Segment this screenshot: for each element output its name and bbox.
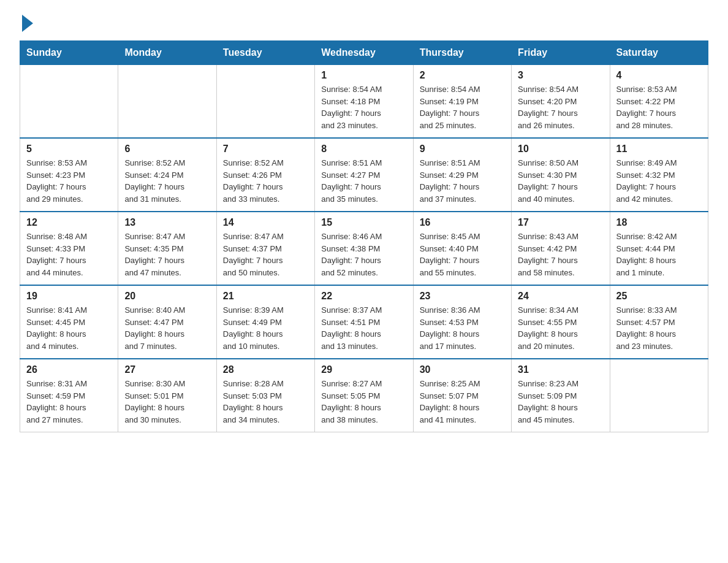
day-number: 11 (616, 144, 702, 155)
calendar-cell-week5-day1: 27Sunrise: 8:30 AM Sunset: 5:01 PM Dayli… (118, 359, 216, 432)
day-info: Sunrise: 8:42 AM Sunset: 4:44 PM Dayligh… (616, 231, 702, 278)
calendar-cell-week1-day0 (20, 65, 118, 139)
day-info: Sunrise: 8:33 AM Sunset: 4:57 PM Dayligh… (616, 304, 702, 352)
day-info: Sunrise: 8:40 AM Sunset: 4:47 PM Dayligh… (124, 304, 210, 352)
day-info: Sunrise: 8:46 AM Sunset: 4:38 PM Dayligh… (321, 231, 406, 278)
calendar-cell-week1-day3: 1Sunrise: 8:54 AM Sunset: 4:18 PM Daylig… (315, 65, 413, 139)
calendar-cell-week3-day2: 14Sunrise: 8:47 AM Sunset: 4:37 PM Dayli… (216, 212, 314, 285)
day-info: Sunrise: 8:30 AM Sunset: 5:01 PM Dayligh… (124, 378, 210, 426)
day-number: 27 (124, 364, 210, 375)
day-info: Sunrise: 8:41 AM Sunset: 4:45 PM Dayligh… (26, 304, 112, 352)
calendar-cell-week2-day6: 11Sunrise: 8:49 AM Sunset: 4:32 PM Dayli… (610, 138, 708, 212)
day-number: 18 (616, 217, 702, 228)
day-info: Sunrise: 8:54 AM Sunset: 4:19 PM Dayligh… (420, 83, 505, 131)
day-number: 8 (321, 144, 406, 155)
calendar-cell-week2-day5: 10Sunrise: 8:50 AM Sunset: 4:30 PM Dayli… (512, 138, 610, 212)
day-info: Sunrise: 8:53 AM Sunset: 4:23 PM Dayligh… (26, 157, 112, 205)
day-info: Sunrise: 8:36 AM Sunset: 4:53 PM Dayligh… (420, 304, 505, 352)
day-number: 29 (321, 364, 406, 375)
calendar-cell-week5-day4: 30Sunrise: 8:25 AM Sunset: 5:07 PM Dayli… (413, 359, 511, 432)
day-info: Sunrise: 8:25 AM Sunset: 5:07 PM Dayligh… (420, 378, 505, 426)
calendar-cell-week3-day5: 17Sunrise: 8:43 AM Sunset: 4:42 PM Dayli… (512, 212, 610, 285)
calendar-header-sunday: Sunday (20, 41, 118, 65)
day-number: 28 (223, 364, 308, 375)
day-info: Sunrise: 8:53 AM Sunset: 4:22 PM Dayligh… (616, 83, 702, 131)
day-info: Sunrise: 8:39 AM Sunset: 4:49 PM Dayligh… (223, 304, 308, 352)
day-info: Sunrise: 8:48 AM Sunset: 4:33 PM Dayligh… (26, 231, 112, 278)
calendar-header-wednesday: Wednesday (315, 41, 413, 65)
day-info: Sunrise: 8:27 AM Sunset: 5:05 PM Dayligh… (321, 378, 406, 426)
calendar-cell-week3-day1: 13Sunrise: 8:47 AM Sunset: 4:35 PM Dayli… (118, 212, 216, 285)
calendar-cell-week5-day0: 26Sunrise: 8:31 AM Sunset: 4:59 PM Dayli… (20, 359, 118, 432)
day-info: Sunrise: 8:43 AM Sunset: 4:42 PM Dayligh… (518, 231, 603, 278)
calendar-header-row: SundayMondayTuesdayWednesdayThursdayFrid… (20, 41, 708, 65)
day-info: Sunrise: 8:47 AM Sunset: 4:35 PM Dayligh… (124, 231, 210, 278)
day-number: 24 (518, 291, 603, 302)
day-number: 6 (124, 144, 210, 155)
calendar-week-5: 26Sunrise: 8:31 AM Sunset: 4:59 PM Dayli… (20, 359, 708, 432)
calendar-cell-week3-day6: 18Sunrise: 8:42 AM Sunset: 4:44 PM Dayli… (610, 212, 708, 285)
day-info: Sunrise: 8:34 AM Sunset: 4:55 PM Dayligh… (518, 304, 603, 352)
calendar-week-1: 1Sunrise: 8:54 AM Sunset: 4:18 PM Daylig… (20, 65, 708, 139)
calendar-cell-week1-day5: 3Sunrise: 8:54 AM Sunset: 4:20 PM Daylig… (512, 65, 610, 139)
calendar-cell-week3-day3: 15Sunrise: 8:46 AM Sunset: 4:38 PM Dayli… (315, 212, 413, 285)
day-number: 23 (420, 291, 505, 302)
calendar-cell-week2-day2: 7Sunrise: 8:52 AM Sunset: 4:26 PM Daylig… (216, 138, 314, 212)
calendar-cell-week5-day3: 29Sunrise: 8:27 AM Sunset: 5:05 PM Dayli… (315, 359, 413, 432)
day-number: 4 (616, 70, 702, 81)
calendar-header-saturday: Saturday (610, 41, 708, 65)
day-number: 1 (321, 70, 406, 81)
day-info: Sunrise: 8:54 AM Sunset: 4:18 PM Dayligh… (321, 83, 406, 131)
calendar-header-monday: Monday (118, 41, 216, 65)
day-number: 19 (26, 291, 112, 302)
day-number: 13 (124, 217, 210, 228)
day-number: 26 (26, 364, 112, 375)
day-number: 15 (321, 217, 406, 228)
day-number: 2 (420, 70, 505, 81)
calendar-header-thursday: Thursday (413, 41, 511, 65)
calendar-cell-week5-day2: 28Sunrise: 8:28 AM Sunset: 5:03 PM Dayli… (216, 359, 314, 432)
calendar-cell-week4-day0: 19Sunrise: 8:41 AM Sunset: 4:45 PM Dayli… (20, 285, 118, 359)
day-number: 22 (321, 291, 406, 302)
day-number: 20 (124, 291, 210, 302)
day-number: 17 (518, 217, 603, 228)
calendar-cell-week1-day6: 4Sunrise: 8:53 AM Sunset: 4:22 PM Daylig… (610, 65, 708, 139)
calendar-cell-week5-day5: 31Sunrise: 8:23 AM Sunset: 5:09 PM Dayli… (512, 359, 610, 432)
day-info: Sunrise: 8:54 AM Sunset: 4:20 PM Dayligh… (518, 83, 603, 131)
calendar-cell-week2-day3: 8Sunrise: 8:51 AM Sunset: 4:27 PM Daylig… (315, 138, 413, 212)
day-info: Sunrise: 8:51 AM Sunset: 4:29 PM Dayligh… (420, 157, 505, 205)
day-info: Sunrise: 8:28 AM Sunset: 5:03 PM Dayligh… (223, 378, 308, 426)
day-number: 7 (223, 144, 308, 155)
day-info: Sunrise: 8:52 AM Sunset: 4:24 PM Dayligh… (124, 157, 210, 205)
calendar-cell-week4-day4: 23Sunrise: 8:36 AM Sunset: 4:53 PM Dayli… (413, 285, 511, 359)
calendar-week-3: 12Sunrise: 8:48 AM Sunset: 4:33 PM Dayli… (20, 212, 708, 285)
calendar-week-4: 19Sunrise: 8:41 AM Sunset: 4:45 PM Dayli… (20, 285, 708, 359)
calendar-cell-week3-day0: 12Sunrise: 8:48 AM Sunset: 4:33 PM Dayli… (20, 212, 118, 285)
calendar-cell-week4-day1: 20Sunrise: 8:40 AM Sunset: 4:47 PM Dayli… (118, 285, 216, 359)
calendar-cell-week1-day2 (216, 65, 314, 139)
calendar-header-friday: Friday (512, 41, 610, 65)
calendar-cell-week1-day1 (118, 65, 216, 139)
day-number: 10 (518, 144, 603, 155)
day-info: Sunrise: 8:37 AM Sunset: 4:51 PM Dayligh… (321, 304, 406, 352)
day-info: Sunrise: 8:50 AM Sunset: 4:30 PM Dayligh… (518, 157, 603, 205)
day-number: 5 (26, 144, 112, 155)
day-number: 14 (223, 217, 308, 228)
day-number: 25 (616, 291, 702, 302)
day-info: Sunrise: 8:45 AM Sunset: 4:40 PM Dayligh… (420, 231, 505, 278)
calendar-cell-week3-day4: 16Sunrise: 8:45 AM Sunset: 4:40 PM Dayli… (413, 212, 511, 285)
logo-line1 (20, 15, 33, 32)
day-info: Sunrise: 8:31 AM Sunset: 4:59 PM Dayligh… (26, 378, 112, 426)
calendar-cell-week2-day1: 6Sunrise: 8:52 AM Sunset: 4:24 PM Daylig… (118, 138, 216, 212)
day-info: Sunrise: 8:52 AM Sunset: 4:26 PM Dayligh… (223, 157, 308, 205)
day-info: Sunrise: 8:23 AM Sunset: 5:09 PM Dayligh… (518, 378, 603, 426)
day-number: 30 (420, 364, 505, 375)
day-info: Sunrise: 8:47 AM Sunset: 4:37 PM Dayligh… (223, 231, 308, 278)
calendar: SundayMondayTuesdayWednesdayThursdayFrid… (20, 40, 708, 432)
day-number: 12 (26, 217, 112, 228)
day-info: Sunrise: 8:51 AM Sunset: 4:27 PM Dayligh… (321, 157, 406, 205)
calendar-cell-week4-day2: 21Sunrise: 8:39 AM Sunset: 4:49 PM Dayli… (216, 285, 314, 359)
calendar-cell-week4-day5: 24Sunrise: 8:34 AM Sunset: 4:55 PM Dayli… (512, 285, 610, 359)
calendar-cell-week2-day0: 5Sunrise: 8:53 AM Sunset: 4:23 PM Daylig… (20, 138, 118, 212)
day-number: 3 (518, 70, 603, 81)
